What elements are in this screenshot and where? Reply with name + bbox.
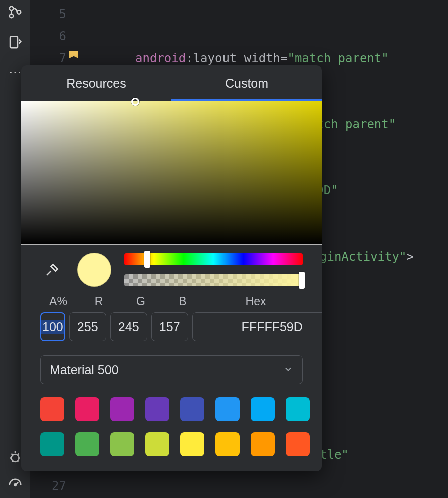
hue-slider[interactable] (124, 253, 303, 265)
line-number[interactable]: 5 (30, 3, 75, 25)
tab-custom[interactable]: Custom (171, 65, 322, 101)
alpha-slider-knob[interactable] (299, 272, 305, 289)
label-hex: Hex (208, 295, 303, 308)
palette-swatch[interactable] (286, 432, 310, 456)
label-alpha: A% (40, 295, 76, 308)
palette-swatches (21, 388, 322, 471)
line-number[interactable]: 27 (52, 479, 66, 493)
b-input[interactable] (151, 312, 188, 341)
svg-point-0 (10, 7, 14, 11)
palette-swatch[interactable] (75, 432, 99, 456)
g-input[interactable] (110, 312, 147, 341)
palette-swatch[interactable] (251, 397, 275, 421)
label-b: B (163, 295, 202, 308)
chevron-down-icon (283, 363, 293, 377)
label-g: G (121, 295, 160, 308)
picker-tabs: Resources Custom (21, 65, 322, 101)
palette-swatch[interactable] (110, 432, 134, 456)
svg-point-1 (10, 14, 14, 18)
sv-cursor[interactable] (131, 98, 139, 106)
profiler-icon[interactable] (7, 477, 23, 493)
eyedropper-button[interactable] (40, 258, 64, 282)
alpha-slider[interactable] (124, 274, 303, 286)
palette-swatch[interactable] (40, 397, 64, 421)
svg-rect-3 (10, 37, 18, 48)
alpha-input[interactable]: 100 (40, 312, 65, 341)
palette-swatch[interactable] (215, 397, 240, 421)
running-devices-icon[interactable] (7, 34, 23, 50)
saturation-value-field[interactable] (21, 101, 322, 244)
palette-swatch[interactable] (180, 432, 204, 456)
line-number[interactable]: 6 (30, 25, 75, 47)
color-picker-popup: Resources Custom A% R G B Hex 100 (21, 65, 322, 471)
palette-swatch[interactable] (75, 397, 99, 421)
label-r: R (79, 295, 118, 308)
palette-swatch[interactable] (286, 397, 310, 421)
palette-dropdown-label: Material 500 (50, 363, 119, 377)
palette-dropdown[interactable]: Material 500 (40, 355, 303, 384)
hex-input[interactable] (192, 312, 322, 341)
palette-swatch[interactable] (215, 432, 240, 456)
tab-resources[interactable]: Resources (21, 65, 171, 101)
palette-swatch[interactable] (145, 432, 169, 456)
palette-swatch[interactable] (110, 397, 134, 421)
svg-point-5 (14, 484, 16, 486)
code-fragment: ginActivity" (320, 250, 406, 264)
palette-swatch[interactable] (145, 397, 169, 421)
vcs-icon[interactable] (7, 4, 23, 20)
palette-swatch[interactable] (180, 397, 204, 421)
palette-swatch[interactable] (251, 432, 275, 456)
current-color-swatch (77, 253, 111, 287)
hue-slider-knob[interactable] (144, 251, 150, 268)
palette-swatch[interactable] (40, 432, 64, 456)
r-input[interactable] (69, 312, 106, 341)
